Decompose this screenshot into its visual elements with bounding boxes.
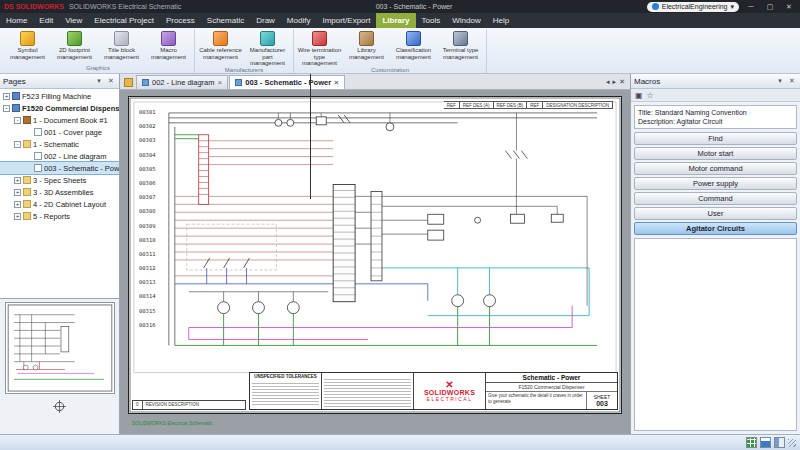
tree-expander-icon[interactable]: + (14, 177, 21, 184)
power-bus-wires (169, 113, 597, 346)
drawing-note: Give your schematic the detail it craves… (486, 392, 587, 409)
document-tab[interactable]: 003 - Schematic - Power × (229, 75, 345, 89)
document-tab[interactable]: 002 - Line diagram × (136, 75, 228, 89)
tree-item[interactable]: + F523 Filling Machine (0, 90, 119, 102)
tree-expander-icon[interactable]: + (14, 201, 21, 208)
wire-number: 00302 (139, 123, 156, 137)
close-panel-icon[interactable]: ✕ (787, 77, 797, 85)
minimize-button[interactable]: ─ (744, 3, 758, 10)
macro-palette-area[interactable] (634, 238, 797, 431)
user-avatar-icon (652, 3, 659, 10)
macro-group-button[interactable]: Motor command (634, 162, 797, 175)
schematic-page[interactable]: 00301 00302 00303 00304 (128, 96, 622, 414)
tree-expander-icon[interactable]: - (3, 105, 10, 112)
tree-item[interactable]: - 1 - Schematic (0, 138, 119, 150)
macro-group-button[interactable]: Command (634, 192, 797, 205)
user-account-button[interactable]: ElectricalEngineering ▾ (647, 2, 739, 12)
scroll-tabs-right-icon[interactable]: ▸ (613, 78, 617, 86)
green-wires (175, 135, 597, 346)
menu-tab[interactable]: Library (376, 13, 415, 28)
grid-view-icon[interactable] (746, 437, 757, 448)
menu-tab[interactable]: Import/Export (316, 13, 376, 28)
layout-view-icon[interactable] (774, 437, 785, 448)
menu-tab[interactable]: Electrical Project (88, 13, 160, 28)
close-panel-icon[interactable]: ✕ (106, 77, 116, 85)
ribbon-button[interactable]: Manufacturer part management (244, 29, 291, 67)
tree-expander-icon[interactable]: + (14, 213, 21, 220)
drawing-canvas[interactable]: 00301 00302 00303 00304 (120, 90, 630, 434)
macro-group-label: Motor command (688, 164, 742, 173)
macro-group-button[interactable]: User (634, 207, 797, 220)
wire-number: 00301 (139, 109, 156, 123)
tree-item[interactable]: 001 - Cover page (0, 126, 119, 138)
menu-tab[interactable]: Help (487, 13, 515, 28)
schematic-drawing (129, 97, 621, 413)
macro-group-button[interactable]: Find (634, 132, 797, 145)
ribbon-button[interactable]: Library management (343, 29, 390, 67)
menu-tab[interactable]: Process (160, 13, 201, 28)
ribbon-button[interactable]: Macro management (145, 29, 192, 65)
ribbon-group-label: Manufacturers (197, 67, 291, 74)
resize-grip[interactable] (788, 439, 796, 447)
close-tab-group-icon[interactable]: ✕ (619, 78, 625, 86)
menu-tab-label: Window (452, 16, 480, 25)
pin-icon[interactable]: ▾ (94, 77, 104, 85)
ribbon-button[interactable]: Wire termination type management (296, 29, 343, 67)
menu-tab[interactable]: Edit (33, 13, 59, 28)
tree-item[interactable]: 002 - Line diagram (0, 150, 119, 162)
ribbon-button[interactable]: Symbol management (4, 29, 51, 65)
window-document-title: 003 - Schematic - Power (186, 3, 641, 10)
preview-panel (0, 299, 119, 434)
tolerances-fine-print (252, 381, 319, 405)
tree-item[interactable]: + 3 - Spec Sheets (0, 174, 119, 186)
menu-tab[interactable]: Home (0, 13, 33, 28)
ribbon-button[interactable]: Title block management (98, 29, 145, 65)
tree-item[interactable]: + 4 - 2D Cabinet Layout (0, 198, 119, 210)
ribbon-button[interactable]: Terminal type management (437, 29, 484, 67)
tree-expander-icon[interactable]: - (14, 141, 21, 148)
pan-origin-icon[interactable] (53, 400, 66, 413)
menu-tab-label: Schematic (207, 16, 244, 25)
data-browser-icon[interactable] (760, 437, 771, 448)
tree-expander-icon[interactable]: + (14, 189, 21, 196)
tree-item[interactable]: 003 - Schematic - Power (0, 162, 119, 174)
macro-group-button[interactable]: Power supply (634, 177, 797, 190)
tab-close-icon[interactable]: × (218, 78, 223, 87)
scroll-tabs-left-icon[interactable]: ◂ (606, 78, 610, 86)
menu-tab[interactable]: View (59, 13, 88, 28)
wire-number: 00315 (139, 308, 156, 322)
menu-tab[interactable]: Tools (416, 13, 447, 28)
tree-expander-icon[interactable]: + (3, 93, 10, 100)
macro-group-button[interactable]: Motor start (634, 147, 797, 160)
close-button[interactable]: ✕ (782, 3, 796, 11)
tree-item-icon (23, 200, 31, 208)
tree-item-label: 1 - Document Book #1 (33, 116, 108, 125)
tree-item[interactable]: - 1 - Document Book #1 (0, 114, 119, 126)
macro-group-button[interactable]: Agitator Circuits (634, 222, 797, 235)
tree-item[interactable]: - F1520 Commercial Dispenser (0, 102, 119, 114)
tree-item-icon (34, 152, 42, 160)
menu-tab[interactable]: Modify (281, 13, 317, 28)
menu-tab[interactable]: Window (446, 13, 486, 28)
ribbon-button-icon (213, 31, 228, 46)
ribbon-button[interactable]: Classification management (390, 29, 437, 67)
tab-close-icon[interactable]: × (334, 78, 339, 87)
macro-group-label: Power supply (693, 179, 738, 188)
tree-item[interactable]: + 5 - Reports (0, 210, 119, 222)
user-name: ElectricalEngineering (662, 3, 728, 10)
tree-item[interactable]: + 3 - 3D Assemblies (0, 186, 119, 198)
left-dock: Pages ▾ ✕ + F523 Filling Machine - (0, 74, 120, 434)
new-palette-icon[interactable]: ▣ (635, 91, 643, 100)
favorites-icon[interactable]: ☆ (647, 91, 654, 100)
ribbon-button[interactable]: 2D footprint management (51, 29, 98, 65)
logo-text: SOLIDWORKS (424, 389, 475, 396)
ribbon-button[interactable]: Cable reference management (197, 29, 244, 67)
tree-expander-icon[interactable]: - (14, 117, 21, 124)
page-thumbnail[interactable] (5, 302, 115, 394)
menu-tab[interactable]: Draw (250, 13, 281, 28)
ribbon-group-manufacturers: Cable reference management Manufacturer … (195, 29, 294, 73)
maximize-button[interactable]: ▢ (763, 3, 777, 11)
pin-icon[interactable]: ▾ (775, 77, 785, 85)
wire-preview-line (310, 74, 311, 199)
menu-tab[interactable]: Schematic (201, 13, 250, 28)
